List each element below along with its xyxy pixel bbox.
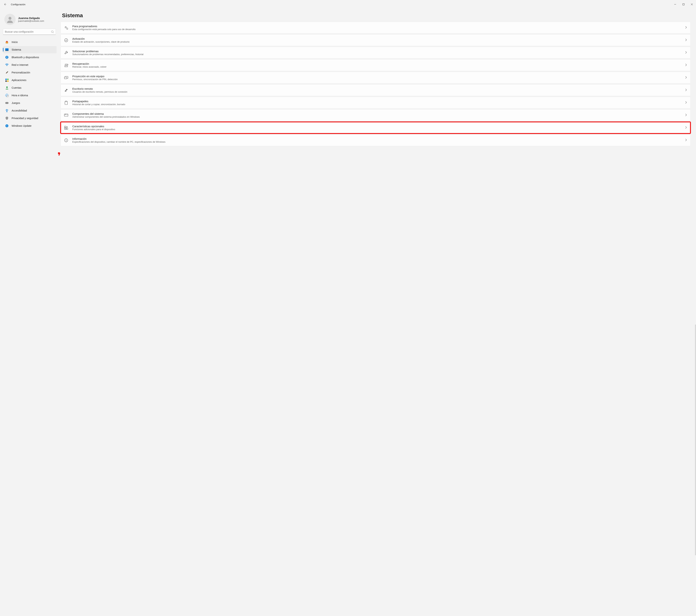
accounts-icon [5,86,9,90]
svg-rect-29 [64,128,66,129]
update-icon [5,124,9,128]
shield-icon [5,116,9,120]
maximize-button[interactable] [679,1,688,7]
svg-rect-28 [64,126,66,128]
settings-card-about[interactable]: InformaciónEspecificaciones del disposit… [61,134,691,146]
chevron-right-icon [685,89,687,92]
svg-rect-26 [65,101,67,102]
card-title: Proyección en este equipo [72,75,685,78]
chevron-right-icon [685,101,687,105]
accessibility-icon [5,109,9,112]
card-title: Portapapeles [72,100,685,103]
recovery-icon [64,63,68,67]
window-title: Configuración [9,3,26,6]
nav-accessibility[interactable]: Accesibilidad [3,107,57,114]
nav-label: Sistema [12,48,21,51]
profile-block[interactable]: Juanma Delgado juanmatek@outlook.com [3,11,57,28]
nav-label: Windows Update [12,124,32,127]
card-title: Características opcionales [72,125,685,128]
settings-card-devs[interactable]: Para programadoresEsta configuración est… [61,22,691,33]
wifi-icon [5,63,9,67]
card-title: Componentes del sistema [72,112,685,115]
clock-globe-icon [5,94,9,97]
nav-system[interactable]: Sistema [3,46,57,53]
nav-list: Inicio Sistema Bluetooth y dispositivos … [3,38,57,129]
chevron-right-icon [685,38,687,42]
card-title: Solucionar problemas [72,50,685,53]
remote-icon [64,88,68,93]
card-title: Activación [72,37,685,40]
card-desc: Solucionadores de problemas recomendados… [72,53,685,56]
settings-card-clipboard[interactable]: PortapapelesHistorial de cortar y copiar… [61,97,691,109]
settings-card-recovery[interactable]: RecuperaciónReiniciar, inicio avanzado, … [61,59,691,71]
nav-gaming[interactable]: Juegos [3,99,57,107]
nav-label: Privacidad y seguridad [12,117,38,120]
chevron-right-icon [685,114,687,117]
troubleshoot-icon [64,51,68,55]
svg-rect-3 [5,48,9,51]
system-icon [5,48,9,51]
svg-point-32 [66,139,66,140]
clipboard-icon [64,100,68,105]
settings-card-activation[interactable]: ActivaciónEstado de activación, suscripc… [61,34,691,46]
card-desc: Especificaciones del dispositivo, cambia… [72,141,685,143]
svg-rect-7 [5,79,7,80]
minimize-button[interactable] [671,1,679,7]
card-desc: Esta configuración está pensada solo par… [72,28,685,31]
nav-time[interactable]: Hora e idioma [3,92,57,99]
apps-icon [5,78,9,82]
card-title: Escritorio remoto [72,87,685,90]
scrollbar[interactable] [695,325,696,555]
svg-point-18 [5,124,8,127]
optional-icon [64,126,68,130]
card-desc: Reiniciar, inicio avanzado, volver [72,65,685,68]
back-button[interactable] [1,1,9,8]
nav-label: Accesibilidad [12,109,27,112]
svg-rect-10 [7,80,9,82]
settings-card-list: Para programadoresEsta configuración est… [61,22,691,146]
svg-rect-9 [5,80,7,82]
settings-card-troubleshoot[interactable]: Solucionar problemasSolucionadores de pr… [61,47,691,59]
card-title: Información [72,137,685,140]
svg-rect-22 [65,66,68,67]
svg-point-1 [9,17,12,20]
settings-card-optional[interactable]: Características opcionalesFunciones adic… [61,122,691,133]
nav-label: Juegos [12,101,20,105]
nav-home[interactable]: Inicio [3,38,57,46]
card-desc: Funciones adicionales para el dispositiv… [72,128,685,131]
search-input[interactable] [5,30,51,33]
svg-rect-8 [7,79,9,80]
chevron-right-icon [685,139,687,142]
annotation-arrow [58,150,63,161]
settings-card-remote[interactable]: Escritorio remotoUsuarios de escritorio … [61,84,691,96]
nav-bluetooth[interactable]: Bluetooth y dispositivos [3,54,57,61]
svg-rect-24 [64,77,67,79]
close-button[interactable] [688,1,696,7]
nav-label: Personalización [12,71,30,74]
svg-point-11 [6,86,7,88]
chevron-right-icon [685,26,687,29]
svg-point-15 [6,103,6,103]
chevron-right-icon [685,51,687,54]
nav-personalization[interactable]: Personalización [3,69,57,76]
svg-rect-25 [65,101,67,105]
chevron-right-icon [685,64,687,67]
nav-accounts[interactable]: Cuentas [3,84,57,91]
nav-update[interactable]: Windows Update [3,122,57,129]
bluetooth-icon [5,56,9,59]
svg-point-16 [7,103,8,103]
main-content: Sistema Para programadoresEsta configura… [58,9,696,616]
nav-privacy[interactable]: Privacidad y seguridad [3,114,57,122]
card-title: Para programadores [72,25,685,28]
home-icon [5,40,9,44]
nav-apps[interactable]: Aplicaciones [3,77,57,84]
search-box[interactable] [3,29,56,35]
activation-icon [64,38,68,43]
settings-window: Configuración Juanma Delgado juanmatek@o… [0,0,696,616]
nav-network[interactable]: Red e Internet [3,61,57,68]
card-desc: Historial de cortar y copiar, sincroniza… [72,103,685,106]
close-icon [691,3,693,5]
search-icon [51,30,54,33]
settings-card-components[interactable]: Componentes del sistemaAdministrar compo… [61,109,691,121]
settings-card-projecting[interactable]: Proyección en este equipoPermisos, sincr… [61,72,691,83]
